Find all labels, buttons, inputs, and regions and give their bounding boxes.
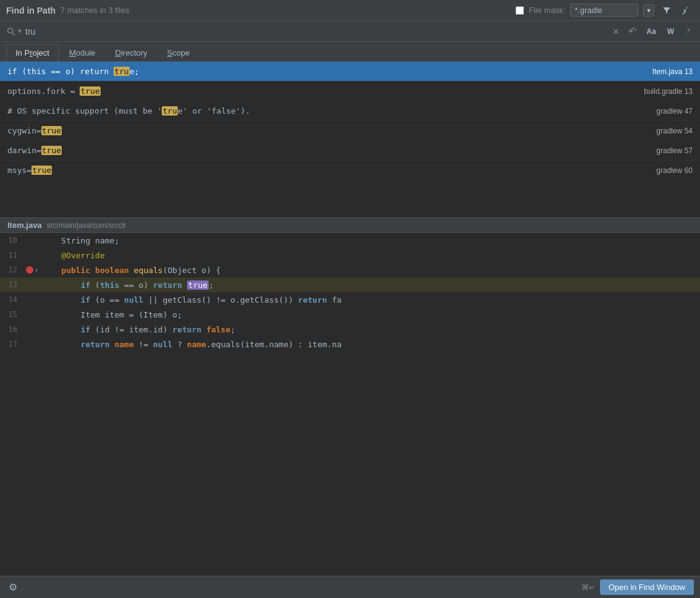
tab-scope[interactable]: Scope: [158, 44, 199, 61]
code-line: 13 if (this == o) return true;: [0, 277, 700, 292]
regex-button[interactable]: .*: [681, 26, 694, 37]
result-file-ref: gradlew 60: [646, 166, 693, 175]
match-highlight: true: [31, 166, 52, 175]
line-number: 13: [0, 280, 25, 289]
match-case-button[interactable]: Aa: [643, 26, 659, 37]
match-highlight: tru: [162, 106, 177, 116]
code-line: 11 @Override: [0, 248, 700, 263]
line-number: 12: [0, 266, 25, 274]
search-bar: ▾ ✕ ↶ Aa W .*: [0, 21, 700, 42]
preview-filename: Item.java: [7, 221, 42, 230]
filemask-label: File mask:: [529, 6, 565, 15]
line-number: 16: [0, 325, 25, 334]
scope-tabs: In Project Module Directory Scope: [0, 42, 700, 62]
line-number: 14: [0, 295, 25, 304]
preview-header: Item.java src/main/java/com/srcclr: [0, 217, 700, 233]
filter-icon[interactable]: [659, 4, 674, 17]
header: Find in Path 7 matches in 3 files File m…: [0, 0, 700, 21]
line-content: Item item = (Item) o;: [40, 310, 700, 319]
line-number: 10: [0, 236, 25, 245]
whole-word-button[interactable]: W: [664, 26, 678, 37]
line-content: @Override: [40, 251, 700, 260]
back-search-button[interactable]: ↶: [626, 24, 639, 38]
breakpoint-icon: ↑: [26, 266, 39, 274]
code-line: 15 Item item = (Item) o;: [0, 307, 700, 322]
match-highlight: true: [41, 126, 62, 135]
tab-module[interactable]: Module: [60, 44, 105, 61]
search-dropdown-arrow[interactable]: ▾: [18, 27, 22, 35]
result-row[interactable]: # OS specific support (must be 'true' or…: [0, 101, 700, 121]
code-line: 16 if (id != item.id) return false;: [0, 322, 700, 337]
result-row[interactable]: darwin=true gradlew 57: [0, 141, 700, 161]
code-preview[interactable]: .string-var { color: #a9b7c6; } .highlig…: [0, 233, 700, 576]
result-file-ref: gradlew 54: [646, 127, 693, 135]
filemask-checkbox[interactable]: [515, 6, 524, 15]
line-content: public boolean equals(Object o) {: [40, 266, 700, 275]
tab-in-project[interactable]: In Project: [6, 44, 59, 61]
result-row[interactable]: msys=true gradlew 60: [0, 161, 700, 180]
code-line: 14 if (o == null || getClass() != o.getC…: [0, 292, 700, 307]
settings-button[interactable]: ⚙: [6, 580, 20, 594]
result-text: options.fork = true: [7, 86, 634, 96]
result-text: cygwin=true: [7, 126, 646, 135]
tab-directory[interactable]: Directory: [106, 44, 157, 61]
line-content: if (o == null || getClass() != o.getClas…: [40, 295, 700, 305]
match-highlight: tru: [114, 67, 129, 76]
line-gutter: ↑: [25, 266, 40, 274]
match-highlight: true: [41, 146, 62, 155]
line-number: 15: [0, 310, 25, 319]
find-in-path-panel: Find in Path 7 matches in 3 files File m…: [0, 0, 700, 598]
result-file-ref: gradlew 47: [646, 107, 693, 116]
code-line: 10 String name;: [0, 233, 700, 248]
pin-icon[interactable]: [679, 4, 694, 17]
line-content: if (id != item.id) return false;: [40, 325, 700, 334]
result-text: darwin=true: [7, 146, 646, 155]
result-text: # OS specific support (must be 'true' or…: [7, 106, 646, 116]
svg-line-2: [12, 33, 15, 35]
filemask-dropdown[interactable]: ▾: [643, 4, 654, 17]
result-row[interactable]: if (this == o) return true; Item.java 13: [0, 62, 700, 82]
shortcut-hint: ⌘↵: [581, 583, 595, 592]
result-file-ref: gradlew 57: [646, 146, 693, 155]
result-row[interactable]: options.fork = true build.gradle 13: [0, 82, 700, 101]
match-count: 7 matches in 3 files: [60, 6, 129, 15]
svg-line-0: [683, 11, 686, 14]
open-in-find-window-button[interactable]: Open in Find Window: [600, 579, 694, 595]
result-file-ref: build.gradle 13: [634, 87, 693, 96]
search-input[interactable]: [25, 27, 606, 36]
result-row[interactable]: cygwin=true gradlew 54: [0, 121, 700, 141]
result-file-ref: Item.java 13: [643, 67, 693, 76]
search-icon: ▾: [6, 27, 22, 36]
panel-title: Find in Path: [6, 6, 56, 15]
match-highlight: true: [80, 86, 100, 96]
result-text: msys=true: [7, 166, 646, 175]
line-content: if (this == o) return true;: [40, 280, 700, 290]
result-text: if (this == o) return true;: [7, 67, 643, 76]
clear-search-button[interactable]: ✕: [610, 25, 622, 38]
code-line: 17 return name != null ? name.equals(ite…: [0, 337, 700, 352]
code-line: 12 ↑ public boolean equals(Object o) {: [0, 263, 700, 277]
filemask-input[interactable]: [570, 4, 638, 17]
footer: ⚙ ⌘↵ Open in Find Window: [0, 576, 700, 598]
line-content: String name;: [40, 236, 700, 245]
preview-path: src/main/java/com/srcclr: [47, 221, 127, 230]
line-number: 11: [0, 251, 25, 259]
svg-point-1: [8, 28, 13, 33]
results-list: if (this == o) return true; Item.java 13…: [0, 62, 700, 217]
line-number: 17: [0, 340, 25, 348]
line-content: return name != null ? name.equals(item.n…: [40, 340, 700, 349]
